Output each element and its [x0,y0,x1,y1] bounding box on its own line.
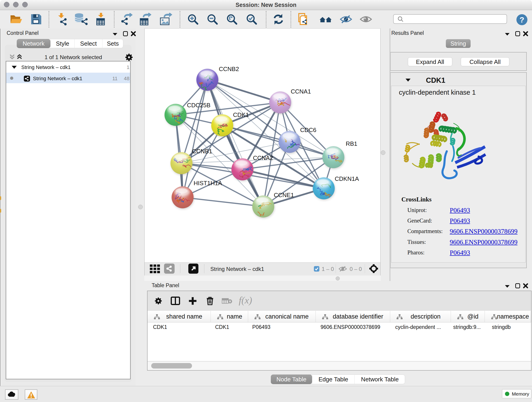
svg-text:HIST1H1A: HIST1H1A [194,180,222,186]
svg-text:CCNE1: CCNE1 [274,191,294,198]
svg-text:CDC6: CDC6 [300,127,317,133]
svg-text:CDKN1A: CDKN1A [335,175,359,182]
svg-text:CCNA2: CCNA2 [253,154,273,161]
svg-text:CCNB2: CCNB2 [219,65,239,72]
svg-text:CCNB1: CCNB1 [192,148,212,155]
svg-text:CDK1: CDK1 [233,111,249,118]
svg-text:RB1: RB1 [346,140,357,147]
svg-text:CCNA1: CCNA1 [291,88,311,95]
svg-text:CDC25B: CDC25B [187,102,210,109]
